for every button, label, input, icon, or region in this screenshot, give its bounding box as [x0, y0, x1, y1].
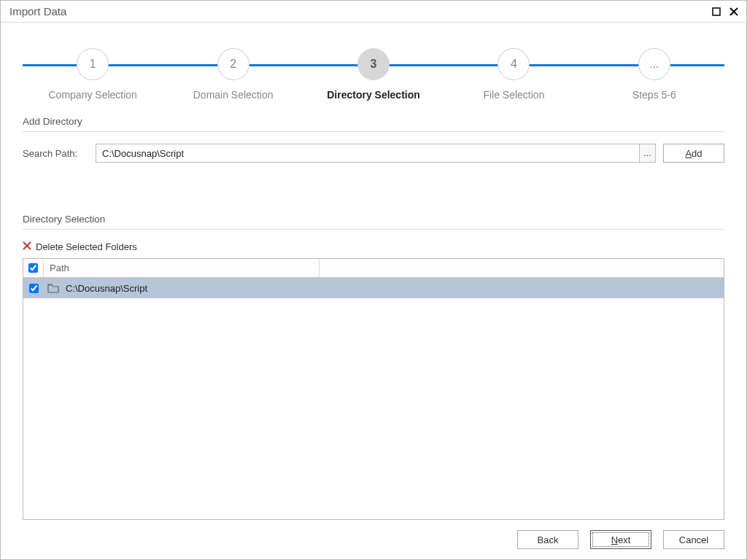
- folder-icon: [44, 283, 63, 293]
- step-number: 1: [77, 48, 109, 80]
- select-all-checkbox[interactable]: [28, 263, 38, 273]
- next-button[interactable]: Next: [590, 530, 651, 549]
- wizard-body: Add Directory Search Path: ... Add Direc…: [1, 103, 746, 520]
- search-path-label: Search Path:: [23, 148, 88, 159]
- add-button-accelerator: A: [685, 148, 692, 159]
- step-directory-selection[interactable]: 3 Directory Selection: [303, 41, 444, 101]
- add-directory-title: Add Directory: [23, 116, 724, 132]
- step-label: Company Selection: [49, 89, 137, 101]
- search-path-input-group: ...: [96, 144, 656, 163]
- step-company-selection[interactable]: 1 Company Selection: [23, 41, 163, 101]
- step-label: Directory Selection: [327, 89, 420, 101]
- maximize-icon[interactable]: [710, 5, 723, 18]
- header-spacer: [320, 259, 724, 277]
- svg-rect-0: [713, 8, 720, 15]
- step-domain-selection[interactable]: 2 Domain Selection: [163, 41, 303, 101]
- delete-selected-folders[interactable]: Delete Selected Folders: [23, 241, 724, 252]
- search-path-input[interactable]: [96, 144, 639, 162]
- wizard-footer: Back Next Cancel: [1, 520, 746, 559]
- row-path: C:\Docusnap\Script: [63, 283, 724, 294]
- step-number: 3: [357, 48, 390, 80]
- search-path-row: Search Path: ... Add: [23, 144, 724, 163]
- add-button[interactable]: Add: [663, 144, 724, 163]
- step-file-selection[interactable]: 4 File Selection: [444, 41, 584, 101]
- step-number: 4: [498, 48, 530, 80]
- import-data-window: Import Data 1 Company Selection 2 Domain…: [0, 0, 747, 560]
- header-checkbox-cell[interactable]: [23, 259, 44, 277]
- delete-icon: [23, 241, 31, 252]
- directory-grid: Path C:\Docusnap\Script: [23, 258, 724, 520]
- titlebar: Import Data: [1, 1, 746, 23]
- browse-button[interactable]: ...: [639, 144, 655, 162]
- directory-selection-title: Directory Selection: [23, 214, 724, 230]
- row-checkbox-cell[interactable]: [23, 284, 44, 293]
- step-number: ...: [638, 48, 670, 80]
- step-label: Steps 5-6: [632, 89, 676, 101]
- window-title: Import Data: [9, 5, 705, 18]
- add-button-rest: dd: [692, 148, 702, 159]
- wizard-stepper: 1 Company Selection 2 Domain Selection 3…: [1, 23, 746, 103]
- step-label: Domain Selection: [193, 89, 274, 101]
- grid-header: Path: [23, 259, 724, 278]
- step-label: File Selection: [483, 89, 544, 101]
- next-button-accelerator: N: [611, 534, 618, 545]
- delete-label: Delete Selected Folders: [36, 241, 137, 252]
- back-button[interactable]: Back: [517, 530, 578, 549]
- table-row[interactable]: C:\Docusnap\Script: [23, 278, 724, 298]
- next-button-rest: ext: [618, 534, 630, 545]
- step-number: 2: [217, 48, 249, 80]
- cancel-button[interactable]: Cancel: [663, 530, 724, 549]
- row-checkbox[interactable]: [29, 284, 39, 293]
- grid-body[interactable]: C:\Docusnap\Script: [23, 278, 724, 519]
- header-path[interactable]: Path: [44, 259, 320, 277]
- close-icon[interactable]: [727, 5, 740, 18]
- step-more[interactable]: ... Steps 5-6: [584, 41, 724, 101]
